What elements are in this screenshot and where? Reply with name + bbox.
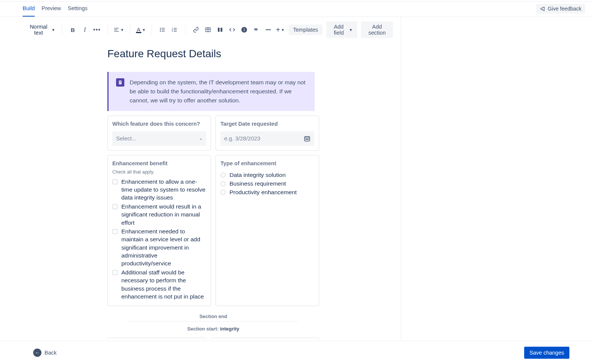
italic-button[interactable]: I (80, 24, 90, 36)
quote-button[interactable]: ❞ (251, 24, 262, 36)
svg-rect-26 (119, 83, 121, 83)
info-panel-text: Depending on the system, the IT developm… (130, 78, 307, 105)
info-icon (241, 26, 248, 33)
info-panel-button[interactable] (239, 24, 249, 36)
numbered-list-button[interactable]: 123 (169, 24, 180, 36)
field-help: Check all that apply. (112, 169, 206, 175)
layout-icon (217, 27, 223, 33)
field-type-of-enhancement[interactable]: Type of enhancement Data integrity solut… (216, 155, 319, 306)
panel-info-icon (116, 78, 124, 87)
svg-rect-6 (162, 29, 165, 30)
insert-dropdown[interactable]: + ▼ (275, 24, 286, 36)
svg-point-5 (160, 29, 161, 30)
chevron-down-icon: ▼ (142, 28, 146, 32)
radio[interactable] (220, 181, 226, 186)
chevron-down-icon: ▼ (281, 28, 285, 32)
layout-button[interactable] (215, 24, 225, 36)
align-left-icon (113, 27, 119, 33)
bullet-list-icon (159, 27, 165, 33)
svg-point-3 (160, 28, 161, 29)
text-color-dropdown[interactable]: A ▼ (135, 24, 146, 36)
select-placeholder: Select... (116, 135, 136, 142)
table-icon (205, 27, 211, 33)
checkbox[interactable] (112, 204, 118, 209)
svg-rect-25 (119, 82, 121, 82)
radio[interactable] (220, 172, 226, 178)
tab-settings[interactable]: Settings (68, 2, 87, 17)
svg-rect-14 (174, 31, 177, 31)
svg-rect-19 (220, 28, 222, 32)
svg-rect-12 (174, 29, 177, 30)
divider-icon (266, 29, 271, 30)
svg-rect-8 (162, 31, 165, 31)
svg-point-22 (244, 28, 245, 29)
text-style-dropdown[interactable]: Normal text ▼ (26, 24, 57, 36)
svg-rect-18 (218, 28, 220, 32)
templates-button[interactable]: Templates (289, 24, 323, 35)
svg-rect-4 (162, 28, 165, 28)
bold-button[interactable]: B (67, 24, 78, 36)
radio-label: Data integrity solution (229, 171, 286, 179)
svg-point-32 (307, 139, 307, 140)
align-dropdown[interactable]: ▼ (113, 24, 124, 36)
page-title[interactable]: Feature Request Details (107, 48, 394, 60)
svg-point-33 (308, 139, 309, 140)
code-icon (229, 27, 235, 33)
svg-rect-24 (119, 81, 121, 82)
chevron-down-icon: ▼ (52, 28, 55, 32)
editor-toolbar: Normal text ▼ B I ••• ▼ A ▼ (0, 17, 401, 43)
checkbox-label: Enhancement to allow a one-time update t… (121, 178, 206, 202)
date-placeholder: e.g. 3/28/2023 (224, 135, 260, 142)
add-field-dropdown[interactable]: Add field ▼ (326, 21, 357, 38)
section-end-marker: Section end (107, 311, 319, 321)
tab-bar: Build Preview Settings (0, 2, 592, 17)
divider-button[interactable] (263, 24, 274, 36)
select-input[interactable]: Select... ⌄ (112, 131, 206, 146)
svg-rect-10 (174, 28, 177, 28)
plus-icon: + (276, 26, 280, 34)
tab-build[interactable]: Build (23, 2, 35, 17)
svg-text:3: 3 (172, 30, 173, 32)
more-formatting-button[interactable]: ••• (92, 24, 102, 36)
field-security-issue[interactable]: Does this address a current security iss… (211, 338, 319, 340)
back-button[interactable]: ← Back (31, 348, 59, 357)
field-enhancement-benefit[interactable]: Enhancement benefit Check all that apply… (107, 155, 211, 306)
radio[interactable] (220, 190, 226, 195)
code-button[interactable] (227, 24, 237, 36)
field-label: Target Date requested (220, 120, 314, 128)
chevron-down-icon: ▼ (120, 28, 124, 32)
bullet-list-button[interactable] (157, 24, 168, 36)
link-button[interactable] (191, 24, 201, 36)
svg-point-31 (306, 139, 306, 140)
checkbox-label: Additional staff would be necessary to p… (121, 268, 206, 301)
page-footer: ← Back Save changes (0, 341, 592, 364)
checkbox[interactable] (112, 229, 118, 234)
text-style-label: Normal text (28, 24, 51, 36)
checkbox-label: Enhancement needed to maintain a service… (121, 227, 206, 268)
field-label: Type of enhancement (220, 160, 314, 167)
warning-panel-card[interactable]: ⚠ If your enhancement concerns a data br… (107, 338, 207, 340)
editor-canvas[interactable]: Feature Request Details Depending on the… (0, 43, 401, 340)
numbered-list-icon: 123 (171, 27, 177, 33)
chevron-down-icon: ▼ (349, 28, 353, 32)
info-panel[interactable]: Depending on the system, the IT developm… (107, 72, 315, 111)
arrow-left-icon: ← (33, 349, 41, 357)
link-icon (193, 27, 199, 33)
radio-label: Productivity enhancement (229, 188, 297, 196)
section-start-marker: Section start: integrity (107, 324, 319, 334)
svg-rect-21 (244, 29, 245, 31)
field-target-date[interactable]: Target Date requested e.g. 3/28/2023 (216, 116, 319, 151)
back-label: Back (44, 350, 57, 356)
tab-preview[interactable]: Preview (41, 2, 61, 17)
side-pane (401, 17, 592, 340)
save-changes-button[interactable]: Save changes (524, 347, 569, 359)
date-input[interactable]: e.g. 3/28/2023 (220, 131, 314, 146)
table-button[interactable] (203, 24, 213, 36)
add-section-button[interactable]: Add section (361, 21, 393, 38)
calendar-icon (304, 135, 311, 142)
svg-point-7 (160, 31, 161, 32)
checkbox-label: Enhancement would result in a significan… (121, 203, 206, 227)
field-feature-concern[interactable]: Which feature does this concern? Select.… (107, 116, 211, 151)
checkbox[interactable] (112, 179, 118, 184)
checkbox[interactable] (112, 270, 118, 275)
